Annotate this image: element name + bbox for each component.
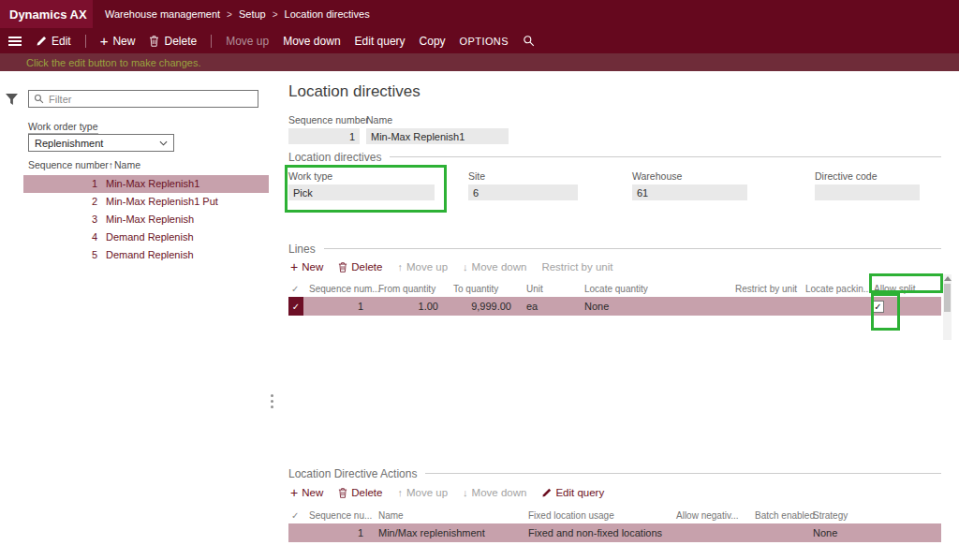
lines-move-up-button[interactable]: ↑Move up bbox=[397, 261, 448, 273]
warehouse-label: Warehouse bbox=[632, 170, 747, 182]
list-item[interactable]: 4 Demand Replenish bbox=[23, 228, 269, 246]
section-title-row: Location Directive Actions bbox=[288, 466, 941, 480]
lines-grid-scrollbar[interactable] bbox=[943, 274, 952, 340]
scrollbar-thumb[interactable] bbox=[944, 284, 951, 312]
column-header-unit[interactable]: Unit bbox=[521, 284, 579, 294]
breadcrumb-item-warehouse-management[interactable]: Warehouse management bbox=[105, 8, 220, 20]
list-item[interactable]: 2 Min-Max Replenish1 Put bbox=[23, 193, 269, 211]
actions-grid-header: ✓ Sequence nu... Name Fixed location usa… bbox=[288, 508, 941, 523]
select-all-checkmark-icon[interactable]: ✓ bbox=[288, 284, 303, 294]
move-down-button[interactable]: Move down bbox=[283, 35, 340, 48]
actions-delete-button[interactable]: Delete bbox=[338, 487, 382, 498]
app-logo[interactable]: Dynamics AX bbox=[0, 0, 93, 28]
breadcrumb: Warehouse management > Setup > Location … bbox=[93, 0, 370, 28]
list-item[interactable]: 5 Demand Replenish bbox=[23, 246, 269, 264]
list-header-name[interactable]: Name bbox=[114, 159, 140, 170]
cell-to-quantity: 9,999.00 bbox=[448, 301, 521, 312]
list-item-name: Min-Max Replenish1 Put bbox=[106, 193, 218, 211]
section-title-lines[interactable]: Lines bbox=[288, 243, 316, 256]
cell-name: Min/Max replenishment bbox=[373, 527, 523, 538]
column-header-sequence[interactable]: Sequence num... bbox=[303, 284, 373, 294]
scroll-up-arrow-icon[interactable] bbox=[944, 276, 952, 281]
edit-button[interactable]: Edit bbox=[36, 35, 71, 48]
actions-new-button[interactable]: +New bbox=[290, 487, 323, 498]
row-selected-checkmark-icon[interactable]: ✓ bbox=[288, 297, 303, 316]
options-button[interactable]: OPTIONS bbox=[460, 36, 509, 47]
copy-button[interactable]: Copy bbox=[420, 35, 446, 48]
column-header-locate-packing[interactable]: Locate packin... bbox=[800, 284, 868, 294]
search-button[interactable] bbox=[523, 35, 535, 47]
new-button[interactable]: + New bbox=[100, 35, 136, 48]
column-header-restrict-by-unit[interactable]: Restrict by unit bbox=[730, 284, 800, 294]
checkmark-icon: ✓ bbox=[874, 302, 881, 312]
page-title: Location directives bbox=[288, 82, 420, 101]
actions-move-up-label: Move up bbox=[406, 487, 448, 498]
list-item[interactable]: 3 Min-Max Replenish bbox=[23, 211, 269, 228]
work-type-field[interactable]: Pick bbox=[288, 184, 435, 200]
list-item-sequence: 1 bbox=[23, 175, 106, 193]
move-up-button[interactable]: Move up bbox=[226, 35, 269, 48]
column-header-allow-split[interactable]: Allow split bbox=[868, 284, 941, 294]
column-header-to-quantity[interactable]: To quantity bbox=[448, 284, 521, 294]
lines-delete-button[interactable]: Delete bbox=[338, 261, 382, 273]
column-header-allow-negative[interactable]: Allow negativ... bbox=[671, 510, 749, 521]
site-label: Site bbox=[468, 170, 578, 182]
allow-split-checkbox[interactable]: ✓ bbox=[872, 301, 884, 313]
sequence-number-field-group: Sequence number 1 bbox=[288, 114, 360, 144]
breadcrumb-item-location-directives[interactable]: Location directives bbox=[285, 8, 370, 20]
actions-move-down-button[interactable]: ↓Move down bbox=[463, 487, 526, 498]
search-icon bbox=[523, 35, 535, 47]
cell-strategy: None bbox=[807, 527, 941, 538]
list-item-sequence: 4 bbox=[23, 228, 106, 246]
actions-delete-label: Delete bbox=[351, 487, 382, 498]
name-field[interactable]: Min-Max Replenish1 bbox=[366, 128, 509, 144]
cell-sequence: 1 bbox=[303, 301, 373, 312]
section-title-location-directives[interactable]: Location directives bbox=[288, 151, 381, 164]
cell-unit: ea bbox=[521, 301, 579, 312]
work-order-type-value: Replenishment bbox=[35, 138, 103, 149]
panel-splitter-handle[interactable] bbox=[271, 394, 273, 408]
column-header-batch-enabled[interactable]: Batch enabled bbox=[749, 510, 807, 521]
section-title-actions[interactable]: Location Directive Actions bbox=[288, 467, 417, 480]
column-header-strategy[interactable]: Strategy bbox=[807, 510, 941, 521]
breadcrumb-item-setup[interactable]: Setup bbox=[239, 8, 266, 20]
column-header-from-quantity[interactable]: From quantity bbox=[373, 284, 448, 294]
directive-code-field[interactable] bbox=[815, 184, 920, 200]
toolbar-separator bbox=[211, 35, 212, 48]
lines-restrict-by-unit-button[interactable]: Restrict by unit bbox=[541, 261, 612, 273]
lines-move-down-button[interactable]: ↓Move down bbox=[463, 261, 526, 273]
command-bar: Edit + New Delete Move up Move down Edit… bbox=[0, 28, 959, 53]
actions-new-label: New bbox=[302, 487, 323, 498]
warehouse-field[interactable]: 61 bbox=[632, 184, 747, 200]
column-header-sequence[interactable]: Sequence nu... bbox=[303, 510, 373, 521]
edit-query-button[interactable]: Edit query bbox=[355, 35, 406, 48]
actions-grid-row[interactable]: 1 Min/Max replenishment Fixed and non-fi… bbox=[288, 523, 941, 542]
location-directives-section: Location directives Work type Pick Site … bbox=[288, 150, 941, 243]
filter-input[interactable] bbox=[49, 94, 253, 105]
list-header: Sequence number↑ Name bbox=[28, 159, 140, 170]
move-up-button-label: Move up bbox=[226, 35, 269, 48]
lines-grid-row[interactable]: ✓ 1 1.00 9,999.00 ea None ✓ bbox=[288, 297, 941, 316]
lines-section: Lines +New Delete ↑Move up ↓Move down Re… bbox=[288, 242, 941, 345]
delete-button[interactable]: Delete bbox=[149, 35, 197, 48]
hamburger-menu-button[interactable] bbox=[8, 37, 22, 46]
list-item[interactable]: 1 Min-Max Replenish1 bbox=[23, 175, 269, 193]
lines-new-button[interactable]: +New bbox=[290, 261, 323, 273]
options-button-label: OPTIONS bbox=[460, 36, 509, 47]
actions-edit-query-button[interactable]: Edit query bbox=[541, 487, 604, 498]
select-all-checkmark-icon[interactable]: ✓ bbox=[288, 510, 303, 521]
site-field[interactable]: 6 bbox=[468, 184, 578, 200]
sidebar: Work order type Replenishment Sequence n… bbox=[0, 71, 281, 560]
column-header-fixed-location-usage[interactable]: Fixed location usage bbox=[523, 510, 671, 521]
sequence-number-field[interactable]: 1 bbox=[288, 128, 360, 144]
hamburger-icon bbox=[8, 37, 22, 46]
list-header-sequence[interactable]: Sequence number↑ bbox=[28, 159, 114, 170]
work-type-label: Work type bbox=[288, 170, 435, 182]
filter-funnel-icon[interactable] bbox=[6, 92, 18, 109]
work-order-type-select[interactable]: Replenishment bbox=[28, 134, 174, 152]
actions-toolbar: +New Delete ↑Move up ↓Move down Edit que… bbox=[290, 487, 604, 498]
warehouse-field-group: Warehouse 61 bbox=[632, 170, 747, 200]
actions-move-up-button[interactable]: ↑Move up bbox=[397, 487, 448, 498]
column-header-name[interactable]: Name bbox=[373, 510, 523, 521]
column-header-locate-quantity[interactable]: Locate quantity bbox=[579, 284, 730, 294]
